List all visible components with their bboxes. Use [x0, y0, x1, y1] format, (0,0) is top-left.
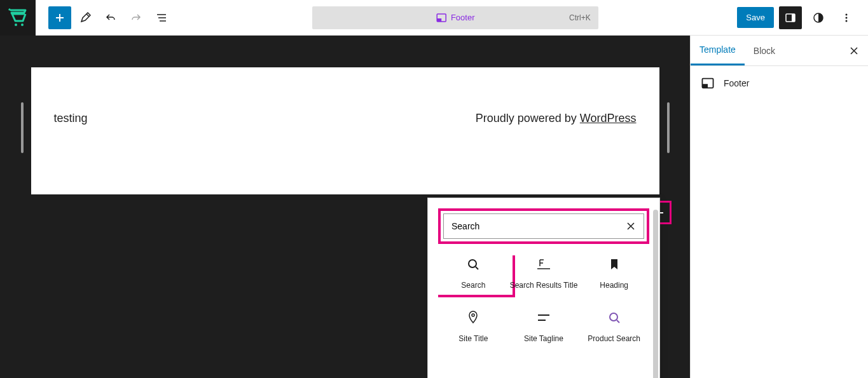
product-search-icon: [607, 311, 621, 325]
undo-icon: [104, 11, 117, 24]
inserter-results-scroll[interactable]: Search Search Results Title Heading: [438, 255, 649, 378]
svg-point-14: [610, 313, 617, 321]
list-icon: [155, 11, 168, 24]
sidebar-body: Footer: [691, 66, 868, 100]
svg-rect-3: [437, 18, 441, 22]
svg-rect-5: [792, 14, 795, 22]
footer-right-text[interactable]: Proudly powered by WordPress: [476, 112, 637, 125]
sidebar-icon: [784, 11, 797, 24]
save-button[interactable]: Save: [737, 7, 774, 28]
template-part-icon: [701, 76, 715, 90]
block-option-search-results-title[interactable]: Search Results Title: [509, 255, 579, 291]
editor-canvas[interactable]: testing Proudly powered by WordPress: [31, 67, 659, 194]
block-option-search[interactable]: Search: [438, 255, 509, 291]
wordpress-link[interactable]: WordPress: [580, 112, 637, 125]
edit-button[interactable]: [74, 6, 97, 29]
inserter-scrollbar[interactable]: [653, 210, 658, 378]
styles-button[interactable]: [807, 6, 830, 29]
inserter-results-grid: Search Search Results Title Heading: [438, 255, 649, 359]
logo-icon: [7, 7, 29, 29]
tab-template[interactable]: Template: [691, 36, 745, 65]
bookmark-icon: [609, 258, 620, 271]
kebab-icon: [840, 11, 853, 24]
topbar: Footer Ctrl+K Save: [0, 0, 868, 36]
tagline-icon: [537, 313, 551, 323]
inserter-search-box: [443, 213, 644, 239]
document-title-button[interactable]: Footer Ctrl+K: [312, 6, 598, 29]
svg-point-13: [472, 314, 474, 316]
main-area: testing Proudly powered by WordPress Tem…: [0, 36, 868, 378]
close-sidebar-button[interactable]: [846, 43, 862, 58]
more-options-button[interactable]: [835, 6, 858, 29]
toolbar-left-group: [36, 6, 173, 29]
template-part-icon: [436, 12, 447, 24]
add-block-toolbar-button[interactable]: [48, 6, 71, 29]
search-icon: [466, 257, 480, 271]
redo-button[interactable]: [125, 6, 148, 29]
svg-point-0: [15, 24, 17, 26]
template-name: Footer: [724, 78, 749, 88]
document-title: Footer: [451, 13, 475, 22]
site-logo[interactable]: [0, 0, 36, 36]
redo-icon: [130, 11, 142, 24]
inserter-search-highlight: [438, 208, 649, 244]
footer-left-text[interactable]: testing: [54, 112, 88, 125]
block-option-site-tagline[interactable]: Site Tagline: [509, 309, 579, 344]
toolbar-right-group: Save: [737, 6, 868, 29]
shortcut-hint: Ctrl+K: [569, 13, 591, 22]
svg-point-7: [846, 13, 848, 15]
block-option-heading[interactable]: Heading: [579, 255, 649, 291]
resize-handle-left[interactable]: [21, 102, 24, 153]
svg-point-12: [469, 260, 476, 267]
svg-point-1: [21, 24, 24, 26]
close-icon: [626, 222, 635, 231]
svg-rect-11: [702, 84, 708, 88]
pencil-icon: [79, 12, 91, 24]
close-icon: [849, 46, 859, 56]
search-results-title-icon: [536, 258, 551, 271]
footer-content-row: testing Proudly powered by WordPress: [31, 67, 659, 125]
template-info-row[interactable]: Footer: [701, 76, 858, 90]
map-pin-icon: [467, 310, 479, 325]
settings-sidebar: Template Block Footer: [690, 36, 868, 378]
svg-point-8: [846, 17, 848, 18]
contrast-icon: [812, 11, 825, 24]
clear-search-button[interactable]: [623, 219, 638, 234]
inserter-search-input[interactable]: [451, 221, 623, 231]
tab-block[interactable]: Block: [745, 36, 784, 65]
toolbar-center: Footer Ctrl+K: [173, 6, 737, 29]
block-inserter-popover: Search Search Results Title Heading: [427, 198, 660, 378]
block-option-site-title[interactable]: Site Title: [438, 309, 509, 344]
undo-button[interactable]: [99, 6, 122, 29]
settings-panel-toggle[interactable]: [779, 6, 802, 29]
block-option-product-search[interactable]: Product Search: [579, 309, 649, 344]
plus-icon: [53, 11, 66, 24]
resize-handle-right[interactable]: [667, 102, 670, 153]
svg-point-9: [846, 20, 848, 22]
sidebar-tabs: Template Block: [691, 36, 868, 66]
list-view-button[interactable]: [150, 6, 173, 29]
